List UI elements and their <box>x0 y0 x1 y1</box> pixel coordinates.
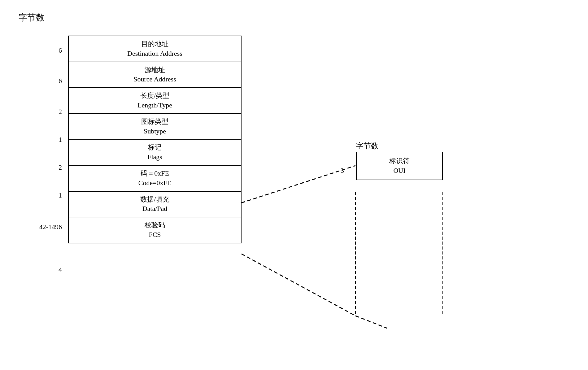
main-table: 目的地址Destination Address源地址Source Address… <box>68 36 242 243</box>
label-lt: 2 <box>37 108 62 116</box>
svg-line-4 <box>355 316 387 328</box>
label-sub: 1 <box>37 136 62 144</box>
label-src: 6 <box>37 77 62 85</box>
page-title: 字节数 <box>19 12 45 24</box>
main-row-7: 校验码FCS <box>68 217 241 243</box>
right-label-3: 3 <box>341 167 344 175</box>
main-row-1: 源地址Source Address <box>68 62 241 88</box>
label-code: 1 <box>37 191 62 199</box>
right-row-0: 标识符OUI <box>356 152 442 180</box>
right-subtitle: 字节数 <box>356 141 378 151</box>
label-flags: 2 <box>37 163 62 172</box>
main-row-3: 图标类型Subtype <box>68 114 241 140</box>
main-row-5: 码＝0xFECode=0xFE <box>68 165 241 191</box>
svg-line-1 <box>242 254 355 316</box>
label-data: 42-1496 <box>37 223 62 231</box>
main-row-0: 目的地址Destination Address <box>68 36 241 62</box>
svg-line-0 <box>242 166 355 203</box>
main-row-2: 长度/类型Length/Type <box>68 88 241 114</box>
main-row-4: 标记Flags <box>68 139 241 165</box>
main-row-6: 数据/填充Data/Pad <box>68 191 241 217</box>
right-box-table: 标识符OUI <box>356 152 443 180</box>
label-fcs: 4 <box>37 266 62 274</box>
label-dest: 6 <box>37 46 62 54</box>
